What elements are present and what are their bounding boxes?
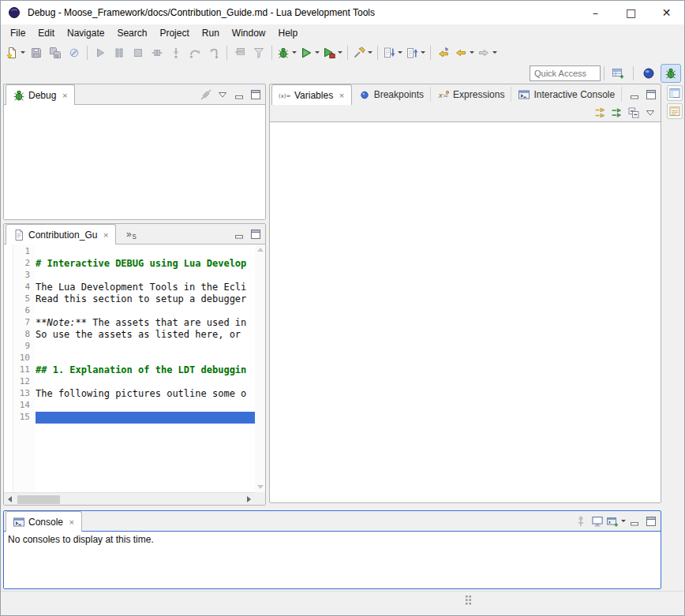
tab-label: Interactive Console xyxy=(533,89,615,100)
close-tab-icon[interactable]: × xyxy=(103,231,109,239)
open-element-button[interactable] xyxy=(351,43,374,62)
dropdown-arrow-icon[interactable] xyxy=(398,51,402,54)
editor-line[interactable]: ## 1. Explanation of the LDT debuggin xyxy=(36,364,255,376)
show-type-names-button[interactable] xyxy=(609,105,625,121)
editor-line[interactable]: The following pictures outline some o xyxy=(36,388,255,400)
close-tab-icon[interactable]: × xyxy=(69,518,75,526)
menu-file[interactable]: File xyxy=(4,25,32,41)
debug-perspective-button[interactable] xyxy=(661,64,681,83)
editor-line[interactable] xyxy=(36,376,255,388)
view-menu-button[interactable] xyxy=(642,105,658,121)
maximize-view-button[interactable] xyxy=(643,87,659,103)
hidden-editors-chevron[interactable]: »5 xyxy=(122,229,140,240)
step-filters-button xyxy=(249,43,268,62)
variables-tab-icon: (x)= xyxy=(279,89,291,102)
editor-line[interactable] xyxy=(36,400,255,412)
minimize-view-button[interactable] xyxy=(627,513,642,529)
scroll-up-icon[interactable] xyxy=(257,248,264,252)
minimize-view-button[interactable] xyxy=(231,226,247,242)
dropdown-arrow-icon[interactable] xyxy=(292,51,297,54)
editor-line[interactable] xyxy=(36,246,255,258)
tab-debug[interactable]: Debug × xyxy=(6,84,75,105)
previous-annotation-button[interactable] xyxy=(404,43,427,62)
terminate-icon xyxy=(132,47,144,59)
tab-breakpoints[interactable]: Breakpoints xyxy=(352,87,431,102)
editor-vertical-scrollbar[interactable] xyxy=(255,245,265,492)
tab-expressions[interactable]: x=Expressions xyxy=(431,87,511,102)
menu-search[interactable]: Search xyxy=(110,25,153,41)
dropdown-arrow-icon[interactable] xyxy=(338,51,342,54)
step-filters-icon xyxy=(253,47,265,59)
external-tools-button[interactable] xyxy=(321,43,344,62)
dropdown-arrow-icon[interactable] xyxy=(21,51,25,54)
display-selected-console-icon xyxy=(591,515,604,528)
maximize-view-button[interactable] xyxy=(248,226,264,242)
editor-line[interactable]: Read this section to setup a debugger xyxy=(36,293,255,305)
dropdown-arrow-icon[interactable] xyxy=(470,51,474,54)
editor-horizontal-scrollbar[interactable] xyxy=(4,492,255,505)
open-perspective-button[interactable] xyxy=(608,64,628,83)
tab-contribution-guide[interactable]: Contribution_Gu × xyxy=(6,224,116,245)
collapse-all-button[interactable] xyxy=(626,105,642,121)
quick-access-row xyxy=(1,63,684,83)
drop-to-frame-icon xyxy=(234,47,246,59)
scroll-right-icon[interactable] xyxy=(247,496,251,502)
menu-project[interactable]: Project xyxy=(153,25,195,41)
tab-console[interactable]: Console × xyxy=(6,511,82,532)
minimized-view-icon-1-button[interactable] xyxy=(667,85,683,101)
open-console-button[interactable] xyxy=(606,513,626,529)
menu-help[interactable]: Help xyxy=(272,25,305,41)
dropdown-arrow-icon[interactable] xyxy=(492,51,497,54)
scroll-left-icon[interactable] xyxy=(8,496,12,502)
scroll-down-icon[interactable] xyxy=(257,485,264,489)
close-tab-icon[interactable]: × xyxy=(62,91,68,99)
editor-line[interactable] xyxy=(36,341,255,353)
dropdown-arrow-icon[interactable] xyxy=(621,520,626,522)
close-tab-icon[interactable]: × xyxy=(339,91,345,99)
editor-line[interactable]: So use the assets as listed here, or xyxy=(36,329,255,341)
app-icon xyxy=(7,6,21,20)
back-button[interactable] xyxy=(453,43,476,62)
menu-run[interactable]: Run xyxy=(196,25,226,41)
editor-line[interactable] xyxy=(36,305,255,317)
debug-button[interactable] xyxy=(275,43,298,62)
quick-access-input[interactable] xyxy=(530,65,601,81)
tab-interactive-console[interactable]: Interactive Console xyxy=(511,87,622,102)
sash-grip[interactable] xyxy=(465,595,472,605)
view-menu-button[interactable] xyxy=(215,87,230,103)
display-selected-console-button[interactable] xyxy=(590,513,605,529)
editor-line[interactable] xyxy=(36,353,255,364)
run-button[interactable] xyxy=(298,43,321,62)
dropdown-arrow-icon[interactable] xyxy=(421,51,425,54)
new-wizard-button[interactable] xyxy=(4,43,27,62)
editor-line[interactable]: **Note:** The assets that are used in xyxy=(36,317,255,329)
last-edit-location-button[interactable] xyxy=(434,43,453,62)
editor-text-area[interactable]: # Interactive DEBUG using Lua DevelopThe… xyxy=(36,245,255,492)
external-tools-icon xyxy=(323,47,335,59)
show-logical-structure-button[interactable] xyxy=(593,105,608,121)
maximize-window-button[interactable]: □ xyxy=(613,1,649,24)
close-window-button[interactable]: ✕ xyxy=(649,1,684,24)
minimize-view-button[interactable] xyxy=(231,87,247,103)
menu-window[interactable]: Window xyxy=(226,25,272,41)
save-all-icon xyxy=(49,47,62,59)
editor-line[interactable]: # Interactive DEBUG using Lua Develop xyxy=(36,258,255,270)
editor-view: Contribution_Gu × »5 1234567891011121314… xyxy=(3,223,266,506)
minimize-window-button[interactable]: – xyxy=(578,1,613,24)
dropdown-arrow-icon[interactable] xyxy=(368,51,372,54)
ldt-perspective-button[interactable] xyxy=(638,64,659,83)
minimize-view-button[interactable] xyxy=(627,87,642,103)
menu-navigate[interactable]: Navigate xyxy=(61,25,110,41)
maximize-view-button[interactable] xyxy=(248,87,264,103)
minimized-view-icon-2-button[interactable] xyxy=(667,103,683,119)
dropdown-arrow-icon[interactable] xyxy=(315,51,320,54)
menu-edit[interactable]: Edit xyxy=(32,25,61,41)
editor-line[interactable] xyxy=(36,270,255,282)
next-annotation-button[interactable] xyxy=(381,43,404,62)
tab-variables[interactable]: (x)=Variables× xyxy=(271,84,352,105)
maximize-view-button[interactable] xyxy=(643,513,659,529)
scrollbar-thumb[interactable] xyxy=(17,495,60,504)
editor-line[interactable]: The Lua Development Tools in the Ecli xyxy=(36,282,255,293)
variables-view-toolbar xyxy=(593,105,658,121)
editor-line[interactable] xyxy=(36,412,255,424)
